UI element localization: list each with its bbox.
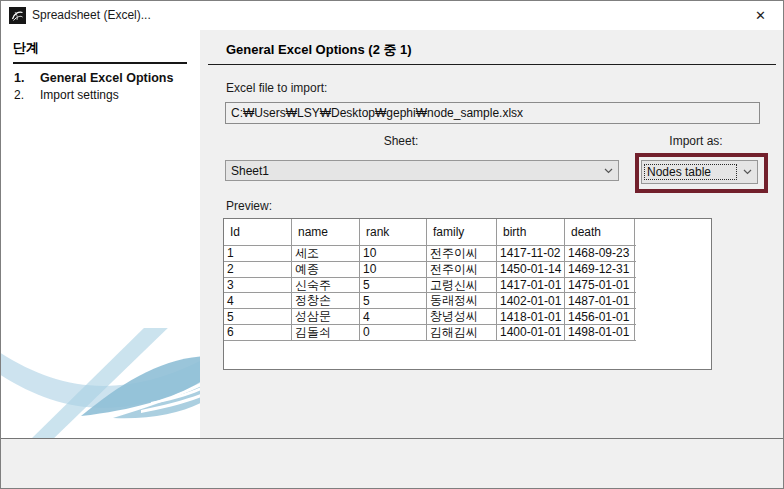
sheet-select[interactable]: Sheet1 bbox=[225, 160, 619, 181]
table-cell: 김해김씨 bbox=[427, 325, 497, 340]
column-header-id: Id bbox=[224, 219, 292, 245]
table-cell: 1402-01-01 bbox=[497, 293, 565, 308]
table-cell: 1450-01-14 bbox=[497, 262, 565, 277]
close-icon: ✕ bbox=[755, 8, 766, 23]
sidebar-step-import-settings: 2. Import settings bbox=[1, 88, 200, 104]
wizard-content-panel: General Excel Options (2 중 1) Excel file… bbox=[200, 30, 784, 438]
sheet-label: Sheet: bbox=[351, 134, 451, 148]
import-as-label: Import as: bbox=[646, 134, 746, 148]
table-cell: 4 bbox=[360, 309, 427, 324]
table-cell: 1475-01-01 bbox=[565, 278, 635, 293]
step-number: 2. bbox=[14, 88, 24, 102]
table-cell: 3 bbox=[224, 278, 292, 293]
preview-table-body: 1세조10전주이씨1417-11-021468-09-232예종10전주이씨14… bbox=[224, 246, 711, 341]
column-header-death: death bbox=[565, 219, 635, 245]
table-cell: 정창손 bbox=[292, 293, 360, 308]
table-cell: 창녕성씨 bbox=[427, 309, 497, 324]
table-cell: 1468-09-23 bbox=[565, 246, 635, 261]
wizard-steps-sidebar: 단계 1. General Excel Options 2. Import se… bbox=[1, 30, 200, 438]
table-cell: 1417-01-01 bbox=[497, 278, 565, 293]
table-cell: 4 bbox=[224, 293, 292, 308]
table-cell: 6 bbox=[224, 325, 292, 340]
import-as-selected-value: Nodes table bbox=[644, 164, 737, 180]
table-cell: 고령신씨 bbox=[427, 278, 497, 293]
sidebar-step-general-excel-options: 1. General Excel Options bbox=[1, 71, 200, 87]
gephi-logo-icon bbox=[9, 7, 26, 24]
table-cell: 성삼문 bbox=[292, 309, 360, 324]
steps-header: 단계 bbox=[13, 39, 187, 64]
column-header-birth: birth bbox=[497, 219, 565, 245]
preview-label: Preview: bbox=[226, 199, 272, 213]
table-cell: 5 bbox=[360, 278, 427, 293]
table-cell: 1 bbox=[224, 246, 292, 261]
swoosh-graphic bbox=[1, 328, 200, 438]
table-cell: 1400-01-01 bbox=[497, 325, 565, 340]
column-header-name: name bbox=[292, 219, 360, 245]
table-cell: 1498-01-01 bbox=[565, 325, 635, 340]
table-cell: 예종 bbox=[292, 262, 360, 277]
excel-file-path-field[interactable]: C:₩Users₩LSY₩Desktop₩gephi₩node_sample.x… bbox=[225, 102, 760, 124]
column-header-family: family bbox=[427, 219, 497, 245]
column-header-rank: rank bbox=[360, 219, 427, 245]
excel-file-path-value: C:₩Users₩LSY₩Desktop₩gephi₩node_sample.x… bbox=[231, 106, 523, 120]
table-cell: 전주이씨 bbox=[427, 246, 497, 261]
table-header-row: Id name rank family birth death bbox=[224, 219, 636, 246]
page-title: General Excel Options (2 중 1) bbox=[208, 41, 776, 65]
table-row[interactable]: 2예종10전주이씨1450-01-141469-12-31 bbox=[224, 262, 636, 278]
bottom-button-bar: < 뒤로(B) 다음(N) > 마침(F) 취소 도움말(H) bbox=[1, 439, 783, 488]
table-cell: 신숙주 bbox=[292, 278, 360, 293]
table-cell: 세조 bbox=[292, 246, 360, 261]
excel-file-label: Excel file to import: bbox=[226, 81, 327, 95]
chevron-down-icon bbox=[737, 169, 757, 175]
table-cell: 2 bbox=[224, 262, 292, 277]
table-cell: 10 bbox=[360, 262, 427, 277]
step-number: 1. bbox=[14, 71, 24, 85]
table-cell: 전주이씨 bbox=[427, 262, 497, 277]
sheet-selected-value: Sheet1 bbox=[226, 164, 598, 178]
table-row[interactable]: 4정창손5동래정씨1402-01-011487-01-01 bbox=[224, 293, 636, 309]
table-cell: 1418-01-01 bbox=[497, 309, 565, 324]
import-as-select[interactable]: Nodes table bbox=[641, 160, 758, 184]
table-cell: 5 bbox=[360, 293, 427, 308]
preview-table: Id name rank family birth death 1세조10전주이… bbox=[223, 218, 712, 370]
table-cell: 1417-11-02 bbox=[497, 246, 565, 261]
spreadsheet-excel-dialog: Spreadsheet (Excel)... ✕ 단계 1. General E… bbox=[0, 0, 784, 489]
step-label: Import settings bbox=[40, 88, 119, 102]
table-cell: 5 bbox=[224, 309, 292, 324]
table-cell: 김돌쇠 bbox=[292, 325, 360, 340]
window-title: Spreadsheet (Excel)... bbox=[32, 8, 151, 22]
table-row[interactable]: 1세조10전주이씨1417-11-021468-09-23 bbox=[224, 246, 636, 262]
table-cell: 1487-01-01 bbox=[565, 293, 635, 308]
close-button[interactable]: ✕ bbox=[738, 1, 783, 30]
table-cell: 0 bbox=[360, 325, 427, 340]
table-row[interactable]: 6김돌쇠0김해김씨1400-01-011498-01-01 bbox=[224, 325, 636, 341]
table-row[interactable]: 3신숙주5고령신씨1417-01-011475-01-01 bbox=[224, 278, 636, 294]
chevron-down-icon bbox=[598, 168, 618, 174]
table-row[interactable]: 5성삼문4창녕성씨1418-01-011456-01-01 bbox=[224, 309, 636, 325]
table-cell: 1469-12-31 bbox=[565, 262, 635, 277]
titlebar: Spreadsheet (Excel)... ✕ bbox=[1, 1, 783, 30]
step-label: General Excel Options bbox=[40, 71, 173, 85]
table-cell: 동래정씨 bbox=[427, 293, 497, 308]
table-cell: 1456-01-01 bbox=[565, 309, 635, 324]
table-cell: 10 bbox=[360, 246, 427, 261]
